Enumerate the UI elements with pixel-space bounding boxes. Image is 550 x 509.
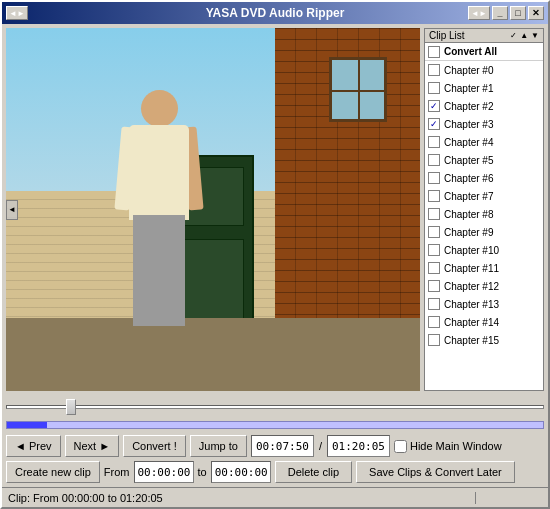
person-figure	[122, 90, 197, 326]
chapter-label-ch6: Chapter #6	[444, 173, 493, 184]
window-title: YASA DVD Audio Ripper	[206, 6, 345, 20]
clip-item-ch8[interactable]: Chapter #8	[425, 205, 543, 223]
slider-thumb[interactable]	[66, 399, 76, 415]
clip-item-ch12[interactable]: Chapter #12	[425, 277, 543, 295]
side-nav-arrow[interactable]: ◄	[6, 200, 18, 220]
chapter-label-ch12: Chapter #12	[444, 281, 499, 292]
to-time-input[interactable]	[211, 461, 271, 483]
clip-item-ch10[interactable]: Chapter #10	[425, 241, 543, 259]
clip-item-ch5[interactable]: Chapter #5	[425, 151, 543, 169]
checkbox-ch13[interactable]	[428, 298, 440, 310]
checkbox-ch4[interactable]	[428, 136, 440, 148]
time-separator: /	[318, 440, 323, 452]
clip-list[interactable]: Convert All Chapter #0Chapter #1✓Chapter…	[424, 42, 544, 391]
clip-item-ch2[interactable]: ✓Chapter #2	[425, 97, 543, 115]
clip-item-ch7[interactable]: Chapter #7	[425, 187, 543, 205]
checkbox-ch8[interactable]	[428, 208, 440, 220]
create-clip-button[interactable]: Create new clip	[6, 461, 100, 483]
clip-item-ch15[interactable]: Chapter #15	[425, 331, 543, 349]
current-time-display: 00:07:50	[251, 435, 314, 457]
arrow-up-icon[interactable]: ▲	[520, 31, 528, 40]
chapter-label-ch3: Chapter #3	[444, 119, 493, 130]
buttons-row1: ◄ Prev Next ► Convert ! Jump to 00:07:50…	[6, 435, 544, 457]
main-content: ◄ Clip List ✓ ▲ ▼ Convert All Chapter #0…	[2, 24, 548, 395]
checkbox-ch14[interactable]	[428, 316, 440, 328]
scene-background	[6, 28, 420, 391]
next-button[interactable]: Next ►	[65, 435, 120, 457]
chapter-label-ch11: Chapter #11	[444, 263, 499, 274]
clip-list-title: Clip List	[429, 30, 465, 41]
buttons-row2: Create new clip From to Delete clip Save…	[6, 461, 544, 483]
chapter-label-ch15: Chapter #15	[444, 335, 499, 346]
prev-button[interactable]: ◄ Prev	[6, 435, 61, 457]
person-shirt	[129, 125, 189, 219]
from-time-input[interactable]	[134, 461, 194, 483]
chapter-label-ch14: Chapter #14	[444, 317, 499, 328]
clip-item-ch9[interactable]: Chapter #9	[425, 223, 543, 241]
main-window: ◄► YASA DVD Audio Ripper ◄► _ □ ✕	[0, 0, 550, 509]
convert-button[interactable]: Convert !	[123, 435, 186, 457]
main-slider[interactable]	[6, 399, 544, 415]
checkbox-ch1[interactable]	[428, 82, 440, 94]
checkbox-ch11[interactable]	[428, 262, 440, 274]
chapter-label-ch0: Chapter #0	[444, 65, 493, 76]
hide-window-text: Hide Main Window	[410, 440, 502, 452]
checkbox-ch6[interactable]	[428, 172, 440, 184]
chapter-label-ch7: Chapter #7	[444, 191, 493, 202]
status-text: Clip: From 00:00:00 to 01:20:05	[8, 492, 476, 504]
checkbox-ch12[interactable]	[428, 280, 440, 292]
convert-all-checkbox[interactable]	[428, 46, 440, 58]
title-left-arrows: ◄►	[6, 6, 28, 20]
checkmark-icon[interactable]: ✓	[510, 31, 517, 40]
checkbox-ch7[interactable]	[428, 190, 440, 202]
close-button[interactable]: ✕	[528, 6, 544, 20]
clip-range-track	[6, 421, 544, 429]
chapter-label-ch8: Chapter #8	[444, 209, 493, 220]
chapter-label-ch9: Chapter #9	[444, 227, 493, 238]
convert-all-label: Convert All	[444, 46, 497, 57]
clip-item-ch0[interactable]: Chapter #0	[425, 61, 543, 79]
checkbox-ch5[interactable]	[428, 154, 440, 166]
hide-window-label[interactable]: Hide Main Window	[394, 440, 502, 453]
from-label: From	[104, 466, 130, 478]
person-head	[141, 90, 178, 128]
slider-row	[6, 399, 544, 415]
chapter-label-ch5: Chapter #5	[444, 155, 493, 166]
checkbox-ch0[interactable]	[428, 64, 440, 76]
clip-item-ch13[interactable]: Chapter #13	[425, 295, 543, 313]
video-panel: ◄	[6, 28, 420, 391]
clip-range-row	[6, 419, 544, 431]
title-arrow-left[interactable]: ◄►	[6, 6, 28, 20]
clip-list-panel: Clip List ✓ ▲ ▼ Convert All Chapter #0Ch…	[424, 28, 544, 391]
clip-list-header: Clip List ✓ ▲ ▼	[424, 28, 544, 42]
checkbox-ch3[interactable]: ✓	[428, 118, 440, 130]
house-window	[329, 57, 387, 122]
clip-item-ch11[interactable]: Chapter #11	[425, 259, 543, 277]
arrow-down-icon[interactable]: ▼	[531, 31, 539, 40]
controls-area: ◄ Prev Next ► Convert ! Jump to 00:07:50…	[2, 395, 548, 487]
title-arrow-right[interactable]: ◄►	[468, 6, 490, 20]
clip-item-ch3[interactable]: ✓Chapter #3	[425, 115, 543, 133]
clip-item-ch6[interactable]: Chapter #6	[425, 169, 543, 187]
hide-window-checkbox[interactable]	[394, 440, 407, 453]
checkbox-ch2[interactable]: ✓	[428, 100, 440, 112]
delete-clip-button[interactable]: Delete clip	[275, 461, 352, 483]
minimize-button[interactable]: _	[492, 6, 508, 20]
window-controls: ◄► _ □ ✕	[468, 6, 544, 20]
checkbox-ch9[interactable]	[428, 226, 440, 238]
clip-item-ch1[interactable]: Chapter #1	[425, 79, 543, 97]
video-area: ◄	[6, 28, 420, 391]
clip-list-header-icons: ✓ ▲ ▼	[510, 31, 539, 40]
checkbox-ch10[interactable]	[428, 244, 440, 256]
jump-to-button[interactable]: Jump to	[190, 435, 247, 457]
checkbox-ch15[interactable]	[428, 334, 440, 346]
chapter-label-ch4: Chapter #4	[444, 137, 493, 148]
chapter-label-ch13: Chapter #13	[444, 299, 499, 310]
clip-item-ch4[interactable]: Chapter #4	[425, 133, 543, 151]
clip-item-ch14[interactable]: Chapter #14	[425, 313, 543, 331]
maximize-button[interactable]: □	[510, 6, 526, 20]
save-clips-button[interactable]: Save Clips & Convert Later	[356, 461, 515, 483]
ground	[6, 318, 420, 391]
convert-all-row[interactable]: Convert All	[425, 43, 543, 61]
status-bar: Clip: From 00:00:00 to 01:20:05	[2, 487, 548, 507]
